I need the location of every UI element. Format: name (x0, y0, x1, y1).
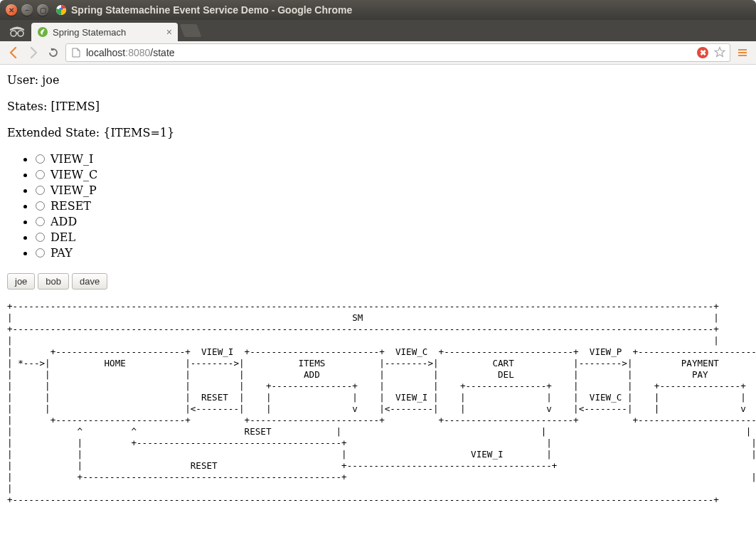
user-button-joe[interactable]: joe (7, 273, 35, 290)
extension-badge-icon[interactable]: ✖ (697, 47, 708, 58)
new-tab-button[interactable] (180, 24, 202, 37)
svg-rect-6 (738, 52, 747, 53)
window-maximize-button[interactable]: ▢ (37, 4, 48, 16)
window-controls: ✕ – ▢ (6, 4, 48, 16)
event-label-text: VIEW_P (50, 184, 97, 197)
browser-toolbar: localhost:8080/state ✖ (0, 41, 756, 65)
event-option: DEL (36, 230, 749, 245)
event-radio[interactable] (36, 217, 45, 226)
spring-favicon-icon (37, 26, 48, 38)
event-option: ADD (36, 215, 749, 229)
event-option-label[interactable]: VIEW_P (36, 184, 97, 197)
svg-point-2 (11, 31, 16, 36)
chrome-app-icon (55, 4, 67, 16)
chrome-menu-button[interactable] (735, 45, 750, 60)
svg-point-3 (18, 31, 23, 36)
incognito-icon (3, 23, 31, 38)
event-option-label[interactable]: VIEW_C (36, 168, 97, 181)
event-option: RESET (36, 199, 749, 213)
page-content: User: joe States: [ITEMS] Extended State… (0, 65, 756, 514)
address-bar[interactable]: localhost:8080/state ✖ (65, 43, 730, 62)
tab-active[interactable]: Spring Statemach × (31, 23, 178, 41)
state-diagram: +---------------------------------------… (7, 301, 749, 506)
event-radio[interactable] (36, 154, 45, 164)
window-title: Spring Statemachine Event Service Demo -… (71, 4, 352, 16)
svg-rect-5 (738, 49, 747, 51)
user-line: User: joe (7, 73, 749, 87)
event-option: VIEW_P (36, 184, 749, 198)
event-radio[interactable] (36, 186, 45, 195)
user-button-dave[interactable]: dave (72, 273, 107, 290)
forward-button[interactable] (26, 45, 41, 60)
event-radio[interactable] (36, 201, 45, 211)
back-button[interactable] (6, 45, 21, 60)
event-option-label[interactable]: RESET (36, 199, 91, 213)
event-label-text: ADD (50, 215, 77, 228)
ext-state-line: Extended State: {ITEMS=1} (7, 126, 749, 139)
event-option: PAY (36, 246, 749, 260)
event-option: VIEW_C (36, 168, 749, 182)
event-label-text: DEL (50, 230, 75, 244)
event-radio-list: VIEW_IVIEW_CVIEW_PRESETADDDELPAY (7, 152, 749, 260)
event-radio[interactable] (36, 170, 45, 179)
states-line: States: [ITEMS] (7, 100, 749, 113)
tab-title: Spring Statemach (53, 27, 126, 38)
event-option: VIEW_I (36, 152, 749, 166)
event-radio[interactable] (36, 248, 45, 258)
url-host: localhost (86, 47, 125, 58)
event-label-text: PAY (50, 246, 73, 260)
bookmark-star-icon[interactable] (714, 46, 725, 60)
event-label-text: RESET (50, 199, 91, 213)
url-path: /state (150, 47, 174, 58)
tab-close-icon[interactable]: × (166, 27, 172, 37)
page-icon (70, 47, 82, 58)
event-option-label[interactable]: ADD (36, 215, 77, 228)
event-radio[interactable] (36, 233, 45, 242)
window-close-button[interactable]: ✕ (6, 4, 17, 16)
event-label-text: VIEW_C (50, 168, 97, 181)
svg-rect-7 (738, 55, 747, 56)
reload-button[interactable] (46, 45, 61, 60)
url-port: :8080 (125, 47, 150, 58)
tab-strip: Spring Statemach × (0, 20, 756, 41)
event-option-label[interactable]: VIEW_I (36, 152, 93, 166)
event-option-label[interactable]: DEL (36, 230, 75, 244)
window-titlebar: ✕ – ▢ Spring Statemachine Event Service … (0, 0, 756, 20)
window-minimize-button[interactable]: – (21, 4, 33, 16)
event-option-label[interactable]: PAY (36, 246, 73, 260)
event-label-text: VIEW_I (50, 152, 93, 166)
user-button-row: joebobdave (7, 273, 749, 290)
user-button-bob[interactable]: bob (38, 273, 69, 290)
